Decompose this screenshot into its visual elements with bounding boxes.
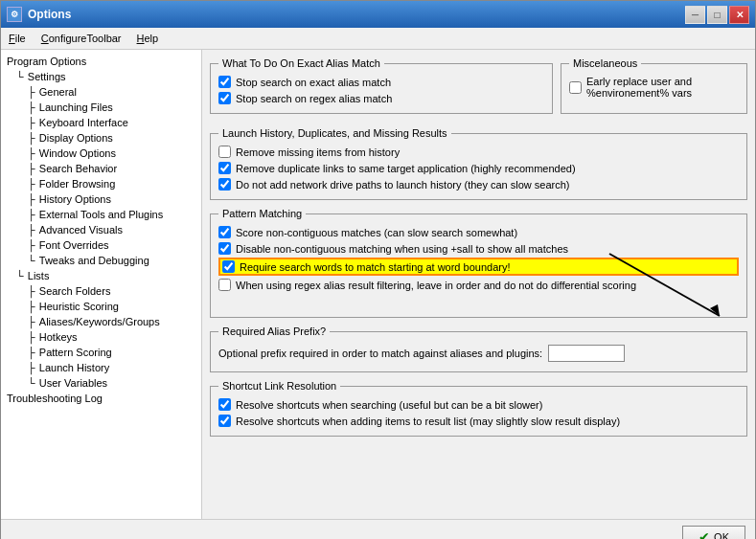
sidebar-item-lists[interactable]: └ Lists [1,268,201,283]
window-icon: ⚙ [7,7,22,22]
menu-file[interactable]: File [1,30,34,47]
check-regex-filtering: When using regex alias result filtering,… [218,278,739,292]
minimize-button[interactable]: ─ [685,6,705,24]
check-stop-regex: Stop search on regex alias match [218,91,544,105]
title-bar-left: ⚙ Options [7,7,71,22]
miscelaneous-section: Miscelaneous Early replace user and %env… [561,57,747,114]
label-stop-exact[interactable]: Stop search on exact alias match [236,77,391,88]
exact-alias-section: What To Do On Exact Alias Match Stop sea… [210,57,553,114]
miscelaneous-legend: Miscelaneous [569,57,641,69]
label-early-replace[interactable]: Early replace user and %environement% va… [586,76,739,99]
launch-history-section: Launch History, Duplicates, and Missing … [210,127,747,200]
checkbox-remove-duplicate[interactable] [218,162,231,174]
required-alias-legend: Required Alias Prefix? [218,326,330,337]
checkbox-resolve-searching[interactable] [218,398,231,411]
sidebar: Program Options └ Settings ├ General ├ L… [1,50,202,519]
check-resolve-searching: Resolve shortcuts when searching (useful… [218,397,739,412]
prefix-input[interactable] [548,345,625,362]
check-remove-missing: Remove missing items from history [218,145,739,159]
check-require-word-boundary-row: Require search words to match starting a… [218,258,739,276]
launch-history-legend: Launch History, Duplicates, and Missing … [218,127,451,139]
sidebar-item-search-behavior[interactable]: ├ Search Behavior [1,161,201,176]
sidebar-item-tweaks-debugging[interactable]: └ Tweaks and Debugging [1,253,201,268]
sidebar-item-font-overrides[interactable]: ├ Font Overrides [1,237,201,253]
label-remove-missing[interactable]: Remove missing items from history [236,146,400,158]
menu-help[interactable]: Help [129,30,167,47]
svg-marker-1 [710,304,720,316]
sidebar-item-external-tools[interactable]: ├ External Tools and Plugins [1,207,201,222]
sidebar-item-heuristic-scoring[interactable]: ├ Heuristic Scoring [1,299,201,314]
sidebar-item-keyboard-interface[interactable]: ├ Keyboard Interface [1,115,201,130]
label-resolve-searching[interactable]: Resolve shortcuts when searching (useful… [236,399,542,411]
main-panel: What To Do On Exact Alias Match Stop sea… [202,50,755,519]
sidebar-item-program-options[interactable]: Program Options [1,54,201,69]
sidebar-item-aliases-keywords[interactable]: ├ Aliases/Keywords/Groups [1,314,201,329]
checkbox-score-noncontiguous[interactable] [218,226,231,238]
sidebar-item-display-options[interactable]: ├ Display Options [1,130,201,146]
check-remove-duplicate: Remove duplicate links to same target ap… [218,161,739,175]
sidebar-item-launching-files[interactable]: ├ Launching Files [1,100,201,115]
checkbox-stop-exact[interactable] [218,76,231,88]
sidebar-item-settings[interactable]: └ Settings [1,69,201,84]
options-window: ⚙ Options ─ □ ✕ File ConfigureToolbar He… [0,0,756,539]
label-disable-noncontiguous[interactable]: Disable non-contiguous matching when usi… [236,243,568,255]
sidebar-item-window-options[interactable]: ├ Window Options [1,146,201,161]
menu-bar: File ConfigureToolbar Help [1,28,755,50]
sidebar-item-history-options[interactable]: ├ History Options [1,191,201,207]
exact-alias-legend: What To Do On Exact Alias Match [218,57,384,69]
check-stop-exact: Stop search on exact alias match [218,75,544,89]
pattern-matching-legend: Pattern Matching [218,208,306,219]
checkbox-early-replace[interactable] [569,81,582,94]
prefix-row: Optional prefix required in order to mat… [218,345,739,362]
sidebar-item-advanced-visuals[interactable]: ├ Advanced Visuals [1,222,201,237]
checkbox-regex-filtering[interactable] [218,279,231,291]
checkbox-remove-missing[interactable] [218,146,231,158]
checkbox-stop-regex[interactable] [218,92,231,104]
required-alias-section: Required Alias Prefix? Optional prefix r… [210,326,747,372]
label-remove-duplicate[interactable]: Remove duplicate links to same target ap… [236,163,576,174]
title-bar: ⚙ Options ─ □ ✕ [1,1,755,28]
label-regex-filtering[interactable]: When using regex alias result filtering,… [236,280,636,291]
menu-configure-toolbar[interactable]: ConfigureToolbar [34,30,129,47]
sidebar-item-user-variables[interactable]: └ User Variables [1,375,201,391]
ok-checkmark-icon: ✔ [699,529,710,539]
close-button[interactable]: ✕ [729,6,749,24]
ok-button[interactable]: ✔ OK [682,526,745,539]
label-no-network[interactable]: Do not add network drive paths to launch… [236,179,570,191]
ok-label: OK [714,531,729,539]
sidebar-item-launch-history[interactable]: ├ Launch History [1,360,201,375]
sidebar-item-folder-browsing[interactable]: ├ Folder Browsing [1,176,201,191]
checkbox-no-network[interactable] [218,178,231,191]
maximize-button[interactable]: □ [707,6,727,24]
checkbox-require-word-boundary[interactable] [222,260,235,273]
checkbox-resolve-adding[interactable] [218,415,231,427]
prefix-label: Optional prefix required in order to mat… [218,348,542,359]
content-area: Program Options └ Settings ├ General ├ L… [1,50,755,519]
check-score-noncontiguous: Score non-contiguous matches (can slow s… [218,225,739,239]
pattern-matching-section: Pattern Matching Score non-contiguous ma… [210,208,747,318]
label-resolve-adding[interactable]: Resolve shortcuts when adding items to r… [236,415,620,427]
bottom-bar: ✔ OK [1,519,755,539]
window-title: Options [28,8,71,21]
title-bar-controls: ─ □ ✕ [685,6,749,24]
shortcut-link-section: Shortcut Link Resolution Resolve shortcu… [210,380,747,437]
label-stop-regex[interactable]: Stop search on regex alias match [236,93,392,104]
label-score-noncontiguous[interactable]: Score non-contiguous matches (can slow s… [236,227,517,238]
checkbox-disable-noncontiguous[interactable] [218,242,231,255]
label-require-word-boundary[interactable]: Require search words to match starting a… [240,261,510,273]
shortcut-link-legend: Shortcut Link Resolution [218,380,340,392]
check-resolve-adding: Resolve shortcuts when adding items to r… [218,414,739,428]
check-no-network: Do not add network drive paths to launch… [218,177,739,191]
sidebar-item-search-folders[interactable]: ├ Search Folders [1,283,201,299]
check-early-replace: Early replace user and %environement% va… [569,75,739,100]
sidebar-item-hotkeys[interactable]: ├ Hotkeys [1,329,201,345]
sidebar-item-pattern-scoring[interactable]: ├ Pattern Scoring [1,345,201,360]
sidebar-item-general[interactable]: ├ General [1,84,201,100]
check-disable-noncontiguous: Disable non-contiguous matching when usi… [218,241,739,256]
sidebar-item-troubleshooting-log[interactable]: Troubleshooting Log [1,391,201,406]
